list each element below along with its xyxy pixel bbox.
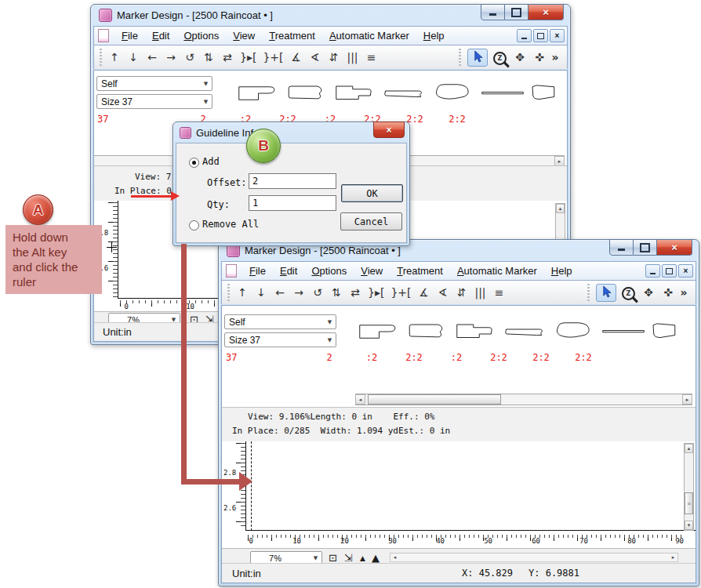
- tilt-plus-icon[interactable]: ∡: [290, 51, 303, 64]
- move-left-icon[interactable]: ←: [274, 286, 286, 299]
- flip-vertical-icon[interactable]: ⇅: [330, 286, 343, 299]
- mountain-small-icon[interactable]: ▲: [360, 555, 365, 562]
- scroll-down-icon[interactable]: ▾: [685, 521, 693, 530]
- vertical-scrollbar[interactable]: ▴ ≡ ▾: [684, 443, 694, 531]
- flip-horizontal-icon[interactable]: ⇄: [221, 51, 234, 64]
- move-piece-tool[interactable]: ✥: [514, 51, 526, 64]
- zoom-tool[interactable]: Z: [622, 285, 635, 300]
- tilt-minus-icon[interactable]: ∢: [437, 286, 449, 299]
- move-down-icon[interactable]: ↓: [127, 51, 140, 64]
- move-marker-tool[interactable]: ✜: [533, 51, 546, 64]
- toolbar-overflow-button[interactable]: »: [549, 51, 561, 64]
- align-lines-icon[interactable]: ≡: [365, 51, 378, 64]
- maximize-button[interactable]: [505, 4, 528, 20]
- garment-piece[interactable]: [357, 314, 404, 349]
- garment-piece[interactable]: [551, 314, 598, 349]
- cancel-button[interactable]: Cancel: [340, 212, 402, 230]
- rotate-icon[interactable]: ↺: [183, 51, 196, 64]
- menu-item[interactable]: View: [354, 263, 390, 279]
- qty-input[interactable]: 1: [249, 195, 336, 211]
- tilt-plus-icon[interactable]: ∡: [418, 286, 430, 299]
- garment-piece[interactable]: [528, 76, 568, 111]
- flip-vertical-icon[interactable]: ⇅: [202, 51, 215, 64]
- remove-all-radio[interactable]: [189, 220, 199, 230]
- align-lines-icon[interactable]: ≡: [493, 286, 506, 299]
- fabric-select[interactable]: Self▼: [224, 314, 336, 329]
- scroll-up-icon[interactable]: ▴: [556, 204, 565, 213]
- mdi-restore-button[interactable]: [662, 264, 677, 278]
- menu-item[interactable]: Edit: [145, 27, 176, 44]
- garment-piece[interactable]: [285, 76, 332, 111]
- minimize-button[interactable]: [481, 4, 505, 20]
- scroll-left-icon[interactable]: ◂: [355, 394, 365, 405]
- toolbar-grip[interactable]: [100, 49, 102, 66]
- minimize-button[interactable]: [609, 239, 634, 256]
- mountain-large-icon[interactable]: ▲: [372, 553, 380, 563]
- horizontal-scrollbar[interactable]: ◂ ▸: [355, 394, 692, 405]
- menu-item[interactable]: Automatic Marker: [450, 263, 544, 279]
- toolbar-overflow-button[interactable]: »: [677, 286, 690, 299]
- spacing-icon[interactable]: ⇵: [456, 286, 468, 299]
- mdi-close-button[interactable]: ×: [678, 264, 693, 278]
- dialog-titlebar[interactable]: Guideline Info ×: [173, 122, 409, 143]
- size-select[interactable]: Size 37▼: [96, 94, 212, 109]
- mdi-minimize-button[interactable]: [645, 264, 660, 278]
- move-up-icon[interactable]: ↑: [108, 51, 121, 64]
- flip-horizontal-icon[interactable]: ⇄: [349, 286, 361, 299]
- document-icon[interactable]: [98, 29, 109, 42]
- move-up-icon[interactable]: ↑: [236, 286, 249, 299]
- menu-item[interactable]: Treatment: [262, 27, 322, 44]
- menu-item[interactable]: Options: [304, 263, 354, 279]
- horizontal-ruler[interactable]: 0102030405060708090: [248, 535, 685, 545]
- scrollbar-thumb[interactable]: [368, 394, 501, 405]
- fabric-select[interactable]: Self▼: [96, 76, 212, 91]
- move-left-icon[interactable]: ←: [146, 51, 158, 64]
- close-button[interactable]: ×: [657, 239, 692, 256]
- maximize-button[interactable]: [634, 239, 657, 256]
- pleat-lines-icon[interactable]: |||: [474, 286, 487, 299]
- menu-item[interactable]: File: [114, 27, 145, 44]
- mdi-restore-button[interactable]: [533, 29, 548, 42]
- move-piece-tool[interactable]: ✥: [642, 286, 655, 299]
- move-down-icon[interactable]: ↓: [255, 286, 267, 299]
- size-select[interactable]: Size 37▼: [224, 332, 336, 347]
- titlebar[interactable]: Marker Design - [2500 Raincoat • ] ×: [91, 5, 570, 26]
- spacing-icon[interactable]: ⇵: [328, 51, 340, 64]
- tilt-minus-icon[interactable]: ∢: [309, 51, 321, 64]
- mdi-minimize-button[interactable]: [517, 29, 532, 42]
- menu-item[interactable]: Help: [544, 263, 579, 279]
- menu-item[interactable]: Edit: [273, 263, 304, 279]
- menu-item[interactable]: Help: [416, 27, 452, 44]
- select-tool[interactable]: [596, 284, 616, 302]
- scroll-right-icon[interactable]: ▸: [669, 554, 677, 561]
- toolbar-grip[interactable]: [459, 49, 461, 66]
- scrollbar-thumb[interactable]: ≡: [685, 492, 693, 514]
- garment-piece[interactable]: [600, 314, 647, 349]
- garment-piece[interactable]: [454, 314, 501, 349]
- scroll-up-icon[interactable]: ▴: [685, 444, 693, 453]
- zoom-tool[interactable]: Z: [493, 50, 507, 65]
- menu-item[interactable]: Options: [176, 27, 226, 44]
- garment-piece[interactable]: [503, 314, 550, 349]
- ok-button[interactable]: OK: [341, 184, 403, 202]
- garment-piece[interactable]: [333, 76, 380, 111]
- rotate-icon[interactable]: ↺: [311, 286, 324, 299]
- bracket-right-icon[interactable]: }▸[: [240, 51, 256, 64]
- toolbar-grip[interactable]: [587, 284, 590, 301]
- bracket-right-icon[interactable]: }▸[: [368, 286, 384, 299]
- scroll-left-icon[interactable]: ◂: [390, 554, 399, 561]
- dialog-close-button[interactable]: ×: [373, 122, 405, 138]
- menu-item[interactable]: View: [226, 27, 262, 44]
- expand-icon[interactable]: ⇲: [344, 553, 353, 563]
- garment-piece[interactable]: [430, 76, 478, 111]
- mini-scrollbar[interactable]: ◂ ▸: [390, 553, 678, 562]
- bracket-left-icon[interactable]: }+[: [390, 286, 411, 299]
- mdi-close-button[interactable]: ×: [550, 29, 565, 42]
- garment-piece[interactable]: [382, 76, 429, 111]
- bracket-left-icon[interactable]: }+[: [263, 51, 283, 64]
- toolbar-grip[interactable]: [227, 284, 230, 301]
- scroll-right-icon[interactable]: ▸: [682, 394, 692, 405]
- move-right-icon[interactable]: →: [165, 51, 177, 64]
- marker-canvas[interactable]: 2.82.6: [222, 441, 696, 531]
- menu-item[interactable]: Automatic Marker: [322, 27, 416, 44]
